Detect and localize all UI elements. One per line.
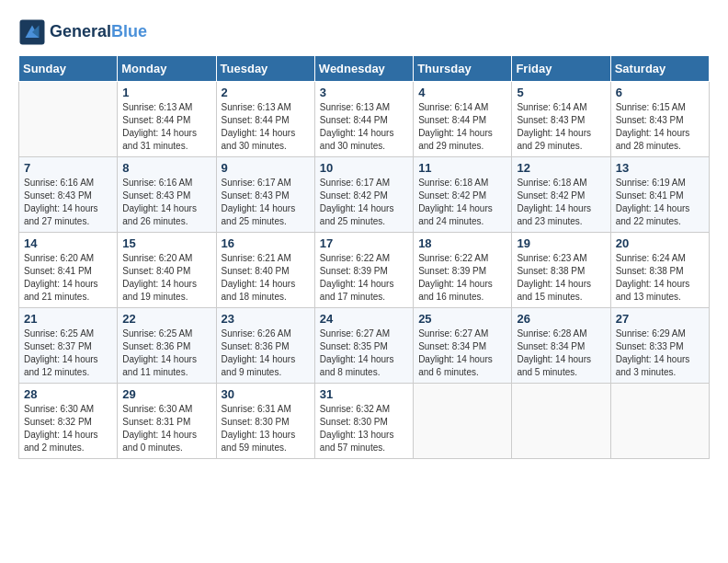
calendar-cell: 14Sunrise: 6:20 AM Sunset: 8:41 PM Dayli… xyxy=(19,233,118,308)
column-header-tuesday: Tuesday xyxy=(216,56,314,82)
calendar-cell: 23Sunrise: 6:26 AM Sunset: 8:36 PM Dayli… xyxy=(216,308,314,384)
day-number: 14 xyxy=(24,236,112,250)
day-number: 11 xyxy=(418,161,506,175)
day-info: Sunrise: 6:25 AM Sunset: 8:36 PM Dayligh… xyxy=(122,327,210,379)
day-info: Sunrise: 6:18 AM Sunset: 8:42 PM Dayligh… xyxy=(517,177,605,228)
calendar-cell: 8Sunrise: 6:16 AM Sunset: 8:43 PM Daylig… xyxy=(118,157,216,233)
calendar-week-4: 21Sunrise: 6:25 AM Sunset: 8:37 PM Dayli… xyxy=(19,308,710,384)
calendar-cell: 12Sunrise: 6:18 AM Sunset: 8:42 PM Dayli… xyxy=(512,157,610,233)
calendar-cell: 20Sunrise: 6:24 AM Sunset: 8:38 PM Dayli… xyxy=(610,233,709,308)
day-number: 30 xyxy=(222,387,310,401)
column-header-wednesday: Wednesday xyxy=(314,56,413,82)
day-info: Sunrise: 6:22 AM Sunset: 8:39 PM Dayligh… xyxy=(418,252,506,304)
day-info: Sunrise: 6:14 AM Sunset: 8:43 PM Dayligh… xyxy=(517,101,605,153)
day-number: 8 xyxy=(122,161,210,175)
day-number: 29 xyxy=(122,387,210,401)
day-number: 17 xyxy=(320,236,408,250)
day-number: 31 xyxy=(320,387,408,401)
day-number: 28 xyxy=(24,387,112,401)
day-info: Sunrise: 6:23 AM Sunset: 8:38 PM Dayligh… xyxy=(517,252,605,304)
day-info: Sunrise: 6:20 AM Sunset: 8:40 PM Dayligh… xyxy=(122,252,210,304)
calendar-cell: 6Sunrise: 6:15 AM Sunset: 8:43 PM Daylig… xyxy=(610,82,709,157)
calendar-cell: 7Sunrise: 6:16 AM Sunset: 8:43 PM Daylig… xyxy=(19,157,118,233)
day-info: Sunrise: 6:20 AM Sunset: 8:41 PM Dayligh… xyxy=(24,252,112,304)
logo-text: GeneralBlue xyxy=(50,23,147,41)
column-header-sunday: Sunday xyxy=(19,56,118,82)
calendar-cell: 22Sunrise: 6:25 AM Sunset: 8:36 PM Dayli… xyxy=(118,308,216,384)
day-info: Sunrise: 6:19 AM Sunset: 8:41 PM Dayligh… xyxy=(616,177,704,228)
day-number: 3 xyxy=(320,86,408,99)
day-info: Sunrise: 6:21 AM Sunset: 8:40 PM Dayligh… xyxy=(222,252,310,304)
calendar-cell: 25Sunrise: 6:27 AM Sunset: 8:34 PM Dayli… xyxy=(414,308,512,384)
day-number: 21 xyxy=(24,312,112,326)
calendar-cell: 19Sunrise: 6:23 AM Sunset: 8:38 PM Dayli… xyxy=(512,233,610,308)
day-number: 27 xyxy=(616,312,704,326)
calendar-cell xyxy=(19,82,118,157)
calendar-cell: 27Sunrise: 6:29 AM Sunset: 8:33 PM Dayli… xyxy=(610,308,709,384)
day-info: Sunrise: 6:14 AM Sunset: 8:44 PM Dayligh… xyxy=(418,101,506,153)
day-info: Sunrise: 6:27 AM Sunset: 8:34 PM Dayligh… xyxy=(418,327,506,379)
calendar-cell xyxy=(512,384,610,459)
day-number: 22 xyxy=(122,312,210,326)
day-number: 15 xyxy=(122,236,210,250)
day-number: 5 xyxy=(517,86,605,99)
day-info: Sunrise: 6:15 AM Sunset: 8:43 PM Dayligh… xyxy=(616,101,704,153)
day-info: Sunrise: 6:29 AM Sunset: 8:33 PM Dayligh… xyxy=(616,327,704,379)
calendar-cell: 10Sunrise: 6:17 AM Sunset: 8:42 PM Dayli… xyxy=(314,157,413,233)
day-info: Sunrise: 6:32 AM Sunset: 8:30 PM Dayligh… xyxy=(320,403,408,454)
logo-icon xyxy=(18,18,46,46)
day-info: Sunrise: 6:17 AM Sunset: 8:42 PM Dayligh… xyxy=(320,177,408,228)
day-info: Sunrise: 6:28 AM Sunset: 8:34 PM Dayligh… xyxy=(517,327,605,379)
day-number: 13 xyxy=(616,161,704,175)
calendar-cell: 1Sunrise: 6:13 AM Sunset: 8:44 PM Daylig… xyxy=(118,82,216,157)
column-header-thursday: Thursday xyxy=(414,56,512,82)
day-number: 24 xyxy=(320,312,408,326)
calendar-cell: 5Sunrise: 6:14 AM Sunset: 8:43 PM Daylig… xyxy=(512,82,610,157)
day-info: Sunrise: 6:17 AM Sunset: 8:43 PM Dayligh… xyxy=(222,177,310,228)
calendar-cell: 4Sunrise: 6:14 AM Sunset: 8:44 PM Daylig… xyxy=(414,82,512,157)
calendar-header-row: SundayMondayTuesdayWednesdayThursdayFrid… xyxy=(19,56,710,82)
day-info: Sunrise: 6:30 AM Sunset: 8:31 PM Dayligh… xyxy=(122,403,210,454)
day-info: Sunrise: 6:24 AM Sunset: 8:38 PM Dayligh… xyxy=(616,252,704,304)
calendar-cell: 31Sunrise: 6:32 AM Sunset: 8:30 PM Dayli… xyxy=(314,384,413,459)
day-number: 16 xyxy=(222,236,310,250)
calendar-cell: 3Sunrise: 6:13 AM Sunset: 8:44 PM Daylig… xyxy=(314,82,413,157)
calendar-cell: 29Sunrise: 6:30 AM Sunset: 8:31 PM Dayli… xyxy=(118,384,216,459)
day-info: Sunrise: 6:13 AM Sunset: 8:44 PM Dayligh… xyxy=(222,101,310,153)
day-info: Sunrise: 6:13 AM Sunset: 8:44 PM Dayligh… xyxy=(320,101,408,153)
calendar-cell: 26Sunrise: 6:28 AM Sunset: 8:34 PM Dayli… xyxy=(512,308,610,384)
calendar-cell: 18Sunrise: 6:22 AM Sunset: 8:39 PM Dayli… xyxy=(414,233,512,308)
day-number: 6 xyxy=(616,86,704,99)
day-number: 19 xyxy=(517,236,605,250)
day-info: Sunrise: 6:27 AM Sunset: 8:35 PM Dayligh… xyxy=(320,327,408,379)
day-number: 4 xyxy=(418,86,506,99)
day-info: Sunrise: 6:31 AM Sunset: 8:30 PM Dayligh… xyxy=(222,403,310,454)
column-header-saturday: Saturday xyxy=(610,56,709,82)
day-number: 10 xyxy=(320,161,408,175)
day-info: Sunrise: 6:22 AM Sunset: 8:39 PM Dayligh… xyxy=(320,252,408,304)
calendar-cell xyxy=(414,384,512,459)
calendar-week-3: 14Sunrise: 6:20 AM Sunset: 8:41 PM Dayli… xyxy=(19,233,710,308)
day-number: 12 xyxy=(517,161,605,175)
calendar-week-1: 1Sunrise: 6:13 AM Sunset: 8:44 PM Daylig… xyxy=(19,82,710,157)
calendar-cell xyxy=(610,384,709,459)
calendar-week-5: 28Sunrise: 6:30 AM Sunset: 8:32 PM Dayli… xyxy=(19,384,710,459)
day-info: Sunrise: 6:16 AM Sunset: 8:43 PM Dayligh… xyxy=(122,177,210,228)
day-info: Sunrise: 6:13 AM Sunset: 8:44 PM Dayligh… xyxy=(122,101,210,153)
page-header: GeneralBlue xyxy=(18,18,710,46)
calendar-cell: 13Sunrise: 6:19 AM Sunset: 8:41 PM Dayli… xyxy=(610,157,709,233)
calendar-cell: 2Sunrise: 6:13 AM Sunset: 8:44 PM Daylig… xyxy=(216,82,314,157)
day-number: 20 xyxy=(616,236,704,250)
day-info: Sunrise: 6:26 AM Sunset: 8:36 PM Dayligh… xyxy=(222,327,310,379)
calendar-cell: 17Sunrise: 6:22 AM Sunset: 8:39 PM Dayli… xyxy=(314,233,413,308)
calendar-table: SundayMondayTuesdayWednesdayThursdayFrid… xyxy=(18,55,710,459)
day-number: 26 xyxy=(517,312,605,326)
calendar-cell: 24Sunrise: 6:27 AM Sunset: 8:35 PM Dayli… xyxy=(314,308,413,384)
calendar-cell: 30Sunrise: 6:31 AM Sunset: 8:30 PM Dayli… xyxy=(216,384,314,459)
calendar-cell: 11Sunrise: 6:18 AM Sunset: 8:42 PM Dayli… xyxy=(414,157,512,233)
column-header-monday: Monday xyxy=(118,56,216,82)
calendar-cell: 28Sunrise: 6:30 AM Sunset: 8:32 PM Dayli… xyxy=(19,384,118,459)
day-number: 2 xyxy=(222,86,310,99)
day-info: Sunrise: 6:16 AM Sunset: 8:43 PM Dayligh… xyxy=(24,177,112,228)
calendar-cell: 9Sunrise: 6:17 AM Sunset: 8:43 PM Daylig… xyxy=(216,157,314,233)
